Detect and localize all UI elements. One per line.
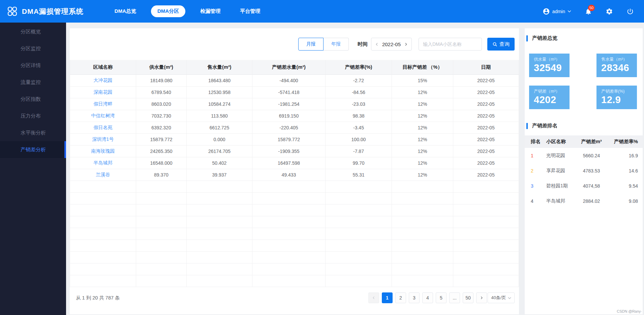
table-row: 兰溪谷89.37039.93749.43355.3112%2022-05 [70,169,519,181]
rank-number: 1 [531,153,533,158]
table-cell [136,275,187,287]
user-menu[interactable]: admin [543,8,571,15]
sidebar-item-5[interactable]: 分区指数 [0,91,66,107]
area-name-link[interactable]: 深南花园 [70,87,136,98]
table-cell [392,204,453,216]
table-cell [70,275,136,287]
table-cell: 12% [392,169,453,181]
nav-item-1[interactable]: DMA总览 [110,5,141,17]
table-cell: 12% [392,110,453,122]
search-input[interactable] [419,38,482,51]
sidebar-item-7[interactable]: 水平衡分析 [0,124,66,141]
stat-card-value: 32549 [534,63,570,73]
table-row-empty [70,193,519,204]
stat-card-value: 12.9 [601,95,637,105]
next-page-button[interactable] [476,292,487,303]
table-cell [136,240,187,252]
search-button[interactable]: 查询 [487,38,515,51]
app-title: DMA漏损管理系统 [22,7,84,16]
table-cell: 2022-05 [453,122,519,134]
table-cell [392,228,453,240]
logout-button[interactable] [626,8,634,15]
stat-card-label: 供水量（m³） [534,57,570,62]
watermark: CSDN @Rany· [617,309,642,313]
table-row-empty [70,216,519,228]
table-cell: 12% [392,134,453,146]
table-row: 深南花园6789.54012530.958-5741.418-84.5612%2… [70,87,519,98]
page-button-1[interactable]: 1 [382,292,393,303]
table-row-empty [70,181,519,193]
table-cell: 12% [392,98,453,110]
page-button-5[interactable]: 5 [436,292,447,303]
table-cell: 98.38 [326,110,392,122]
area-name-link[interactable]: 大冲花园 [70,75,136,87]
rank-rate: 16.9 [629,153,638,158]
area-name-link[interactable]: 深圳湾1号 [70,134,136,146]
table-cell: 55.31 [326,169,392,181]
table-cell [136,193,187,204]
table-row: 深圳湾1号15879.7720.00015879.772100.0012%202… [70,134,519,146]
rank-column-header: 产销差率% [614,138,638,145]
area-name-link[interactable]: 假日名苑 [70,122,136,134]
stat-card-4: 产销差率(%)12.9 [596,86,637,109]
search-button-label: 查询 [499,41,510,48]
pagination-summary: 从 1 到 20 共 787 条 [76,295,120,301]
page-button-4[interactable]: 4 [422,292,433,303]
stat-cards: 供水量（m³）32549售水量（m³）28346产销差（m³）4202产销差率(… [529,54,637,109]
nav-item-2[interactable]: DMA分区 [151,5,185,17]
table-cell: 99.70 [326,157,392,169]
accent-bar [526,35,528,41]
page-ellipsis[interactable]: ... [449,292,460,303]
table-cell [70,252,136,263]
table-cell [136,204,187,216]
settings-button[interactable] [606,8,613,15]
table-cell [70,216,136,228]
date-picker[interactable]: 2022-05 [371,38,412,51]
column-header: 售水量(m³) [187,60,252,75]
table-cell [453,193,519,204]
table-cell [252,252,326,263]
page-button-2[interactable]: 2 [395,292,406,303]
table-cell [453,275,519,287]
date-prev-icon[interactable] [375,42,379,46]
column-header: 供水量(m³) [136,60,187,75]
notification-bell-button[interactable]: 50 [585,8,592,15]
table-cell [326,275,392,287]
sidebar-item-2[interactable]: 分区监控 [0,40,66,57]
sidebar-item-3[interactable]: 分区详情 [0,57,66,74]
sidebar-item-4[interactable]: 流量监控 [0,74,66,91]
table-cell: 8603.020 [136,98,187,110]
sidebar-item-1[interactable]: 分区概览 [0,23,66,40]
table-cell [326,263,392,275]
report-toggle-1[interactable]: 月报 [298,38,324,51]
prev-page-button[interactable] [368,292,379,303]
overview-title-text: 产销差总览 [532,35,557,41]
page-button-50[interactable]: 50 [463,292,473,303]
page-size-select[interactable]: 40条/页 [488,292,515,303]
area-name-link[interactable]: 半岛城邦 [70,157,136,169]
table-cell: 6612.725 [187,122,252,134]
nav-item-4[interactable]: 平台管理 [235,5,265,17]
rank-rate: 9.54 [629,183,638,189]
nav-item-3[interactable]: 检漏管理 [195,5,225,17]
area-name-link[interactable]: 假日湾畔 [70,98,136,110]
table-cell: 2022-05 [453,75,519,87]
column-header: 产销差水量(m³) [252,60,326,75]
sidebar-item-6[interactable]: 压力分布 [0,107,66,124]
area-name-link[interactable]: 中信红树湾 [70,110,136,122]
rank-name: 享昇花园 [546,168,565,174]
report-toggle-2[interactable]: 年报 [324,38,349,51]
sidebar-item-8[interactable]: 产销差分析 [0,141,66,158]
area-name-link[interactable]: 南海玫瑰园 [70,146,136,157]
gear-icon [606,8,613,15]
page-button-3[interactable]: 3 [409,292,420,303]
table-cell [252,275,326,287]
date-next-icon[interactable] [404,42,408,46]
app-header: DMA漏损管理系统 DMA总览DMA分区检漏管理平台管理 admin 50 [0,0,644,23]
rank-row: 4半岛城邦2884.029.08 [525,193,643,209]
area-name-link[interactable]: 兰溪谷 [70,169,136,181]
ranking-section-title: 产销差排名 [525,123,557,129]
app-logo-icon [7,6,18,17]
table-cell [392,240,453,252]
table-cell [453,216,519,228]
